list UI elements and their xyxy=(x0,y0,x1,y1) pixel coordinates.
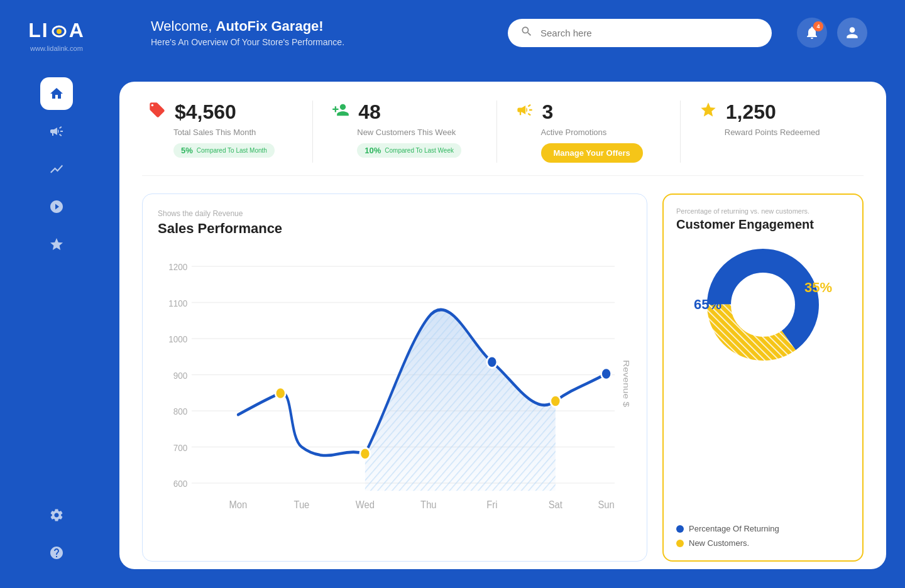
customers-badge: 10% Compared To Last Week xyxy=(357,143,461,158)
returning-label: 65% xyxy=(694,297,721,313)
logo: LI A xyxy=(28,19,85,42)
svg-point-29 xyxy=(601,368,612,380)
svg-point-26 xyxy=(360,448,370,460)
search-input[interactable] xyxy=(540,28,759,38)
donut-chart: 65% 35% xyxy=(700,242,826,368)
welcome-heading: Welcome, AutoFix Garage! xyxy=(151,18,483,35)
svg-text:Fri: Fri xyxy=(486,499,497,510)
promotions-icon xyxy=(516,101,534,123)
stat-new-customers: 48 New Customers This Week 10% Compared … xyxy=(313,101,496,163)
search-icon xyxy=(520,25,533,41)
customer-engagement-chart: Percentage of returning vs. new customer… xyxy=(662,193,864,562)
engagement-subtitle: Percentage of returning vs. new customer… xyxy=(676,207,850,215)
nav-item-targeting[interactable] xyxy=(40,190,73,223)
header-actions: 4 xyxy=(797,18,867,48)
sales-value: $4,560 xyxy=(175,101,236,124)
legend-label-new: New Customers. xyxy=(689,538,749,548)
svg-text:Tue: Tue xyxy=(293,499,309,510)
header-welcome: Welcome, AutoFix Garage! Here's An Overv… xyxy=(151,18,483,47)
svg-text:700: 700 xyxy=(173,442,187,453)
svg-point-28 xyxy=(551,395,561,407)
legend-returning: Percentage Of Returning xyxy=(676,524,850,533)
sales-label: Total Sales This Month xyxy=(173,128,293,137)
stats-row: $4,560 Total Sales This Month 5% Compare… xyxy=(142,101,864,176)
svg-text:Sun: Sun xyxy=(598,499,614,510)
svg-text:Sat: Sat xyxy=(549,499,563,510)
notification-button[interactable]: 4 xyxy=(797,18,827,48)
svg-text:1000: 1000 xyxy=(168,334,187,344)
sales-chart-svg: 1200 1100 1000 900 800 700 600 Revenue $… xyxy=(158,247,632,540)
stat-rewards: 1,250 Reward Points Redeemed xyxy=(681,101,864,163)
sales-badge: 5% Compared To Last Month xyxy=(173,143,275,158)
promotions-value: 3 xyxy=(542,101,554,124)
chart-legend: Percentage Of Returning New Customers. xyxy=(676,524,850,548)
svg-text:Revenue $: Revenue $ xyxy=(622,360,631,407)
legend-dot-new xyxy=(676,540,684,547)
svg-point-34 xyxy=(732,273,794,336)
logo-url: www.lidalink.com xyxy=(28,45,85,52)
nav-items xyxy=(0,77,113,261)
nav-item-home[interactable] xyxy=(40,77,73,110)
main-content: $4,560 Total Sales This Month 5% Compare… xyxy=(119,82,886,569)
svg-text:Mon: Mon xyxy=(229,499,248,510)
svg-text:600: 600 xyxy=(173,478,187,489)
legend-dot-returning xyxy=(676,525,684,533)
svg-point-27 xyxy=(487,356,497,368)
sales-chart-title: Sales Performance xyxy=(158,220,632,237)
notification-badge: 4 xyxy=(813,21,823,31)
nav-bottom xyxy=(40,499,73,569)
nav-item-settings[interactable] xyxy=(40,499,73,531)
svg-text:900: 900 xyxy=(173,370,187,381)
manage-offers-button[interactable]: Manage Your Offers xyxy=(541,143,643,163)
nav-item-promotions[interactable] xyxy=(40,115,73,148)
svg-text:Wed: Wed xyxy=(356,499,375,510)
nav-item-help[interactable] xyxy=(40,536,73,569)
logo-area: LI A www.lidalink.com xyxy=(28,19,85,52)
charts-row: Shows the daily Revenue Sales Performanc… xyxy=(142,193,864,562)
svg-text:1100: 1100 xyxy=(168,298,187,308)
rewards-icon xyxy=(699,101,717,123)
sales-performance-chart: Shows the daily Revenue Sales Performanc… xyxy=(142,193,647,562)
rewards-value: 1,250 xyxy=(726,101,776,124)
stat-promotions: 3 Active Promotions Manage Your Offers xyxy=(497,101,681,163)
sales-icon xyxy=(148,101,166,123)
search-bar[interactable] xyxy=(508,19,772,47)
svg-text:800: 800 xyxy=(173,406,187,416)
sales-chart-area: 1200 1100 1000 900 800 700 600 Revenue $… xyxy=(158,247,632,540)
nav-item-analytics[interactable] xyxy=(40,153,73,185)
svg-point-25 xyxy=(275,388,285,400)
legend-label-returning: Percentage Of Returning xyxy=(689,524,779,533)
promotions-label: Active Promotions xyxy=(541,128,661,137)
rewards-label: Reward Points Redeemed xyxy=(725,128,845,137)
sidebar: LI A www.lidalink.com xyxy=(0,0,113,588)
nav-item-rewards[interactable] xyxy=(40,228,73,261)
stat-total-sales: $4,560 Total Sales This Month 5% Compare… xyxy=(142,101,313,163)
new-label: 35% xyxy=(804,280,832,296)
avatar-button[interactable] xyxy=(837,18,867,48)
svg-point-1 xyxy=(57,29,62,34)
legend-new: New Customers. xyxy=(676,538,850,548)
sales-chart-subtitle: Shows the daily Revenue xyxy=(158,209,632,218)
customers-icon xyxy=(332,101,349,123)
header: Welcome, AutoFix Garage! Here's An Overv… xyxy=(0,0,905,65)
svg-text:1200: 1200 xyxy=(168,261,187,272)
customers-value: 48 xyxy=(358,101,381,124)
svg-text:Thu: Thu xyxy=(420,499,437,510)
customers-label: New Customers This Week xyxy=(357,128,477,137)
welcome-subtitle: Here's An Overview Of Your Store's Perfo… xyxy=(151,37,483,47)
engagement-title: Customer Engagement xyxy=(676,217,850,232)
